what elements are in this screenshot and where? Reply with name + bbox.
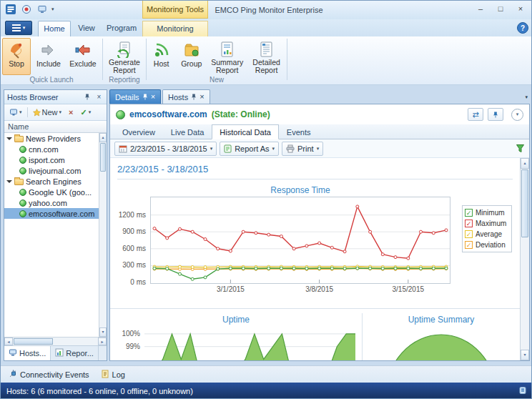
scroll-up-icon[interactable]: ▴: [99, 133, 107, 142]
tree-group-news-providers[interactable]: News Providers: [4, 133, 99, 144]
check-hosts-button[interactable]: ✓▾: [77, 106, 94, 119]
delete-item-button[interactable]: ×: [66, 106, 76, 119]
panel-tab-reports[interactable]: Repor...: [51, 346, 99, 360]
uptime-plot-area: 100%99%: [144, 327, 355, 360]
expander-icon[interactable]: [6, 137, 12, 143]
details-content: emcosoftware.com (State: Online) ⇄ ▾ Ove…: [109, 104, 530, 361]
tab-live-data[interactable]: Live Data: [163, 124, 212, 139]
chart-title-response-time: Response Time: [150, 185, 450, 195]
maximize-button[interactable]: □: [491, 3, 510, 16]
app-menu-dropdown-icon: ▾: [23, 25, 26, 31]
bottom-panel-tabs: Connectivity Events Log: [1, 365, 532, 383]
app-logo-icon[interactable]: [4, 3, 17, 16]
ribbon-group-label-new: New: [147, 76, 287, 84]
legend-checkbox[interactable]: ✓: [465, 209, 473, 217]
scroll-down-icon[interactable]: ▾: [521, 350, 529, 360]
scrollbar-thumb[interactable]: [14, 338, 53, 345]
legend-item[interactable]: ✓Average: [465, 229, 509, 240]
legend-checkbox[interactable]: ✓: [465, 230, 473, 238]
tab-events[interactable]: Events: [279, 124, 319, 139]
scroll-left-icon[interactable]: ◂: [4, 338, 13, 345]
application-window: ▾ Monitoring Tools EMCO Ping Monitor Ent…: [0, 0, 532, 399]
x-axis-label: 3/1/2015: [217, 285, 245, 293]
expander-icon[interactable]: [6, 180, 12, 186]
tree-group-label: News Providers: [26, 134, 81, 143]
tab-view[interactable]: View: [71, 21, 102, 36]
legend-item[interactable]: ✓Deviation: [465, 240, 509, 250]
log-icon: [101, 370, 109, 380]
historical-toolbar: 2/23/2015 - 3/18/2015 ▾ Report As ▾ Prin…: [110, 139, 529, 158]
tree-host-label: Google UK (goo...: [29, 188, 92, 197]
legend-item[interactable]: ✓Maximum: [465, 218, 509, 229]
new-detailed-report-button[interactable]: Detailed Report: [247, 38, 285, 75]
new-summary-report-button[interactable]: Summary Report: [208, 38, 246, 75]
filter-button[interactable]: [516, 144, 525, 154]
tree-host-yahoo[interactable]: yahoo.com: [4, 197, 99, 208]
date-range-button[interactable]: 2/23/2015 - 3/18/2015 ▾: [114, 142, 217, 156]
scroll-down-icon[interactable]: ▾: [99, 327, 107, 337]
legend-item[interactable]: ✓Minimum: [465, 207, 509, 218]
tab-monitoring[interactable]: Monitoring: [142, 21, 208, 36]
scroll-up-icon[interactable]: ▴: [521, 158, 529, 169]
monitor-activity-icon[interactable]: [20, 3, 33, 16]
tree-host-livejournal[interactable]: livejournal.com: [4, 165, 99, 176]
generate-report-button[interactable]: Generate Report: [104, 38, 144, 75]
new-group-button[interactable]: Group: [176, 38, 207, 75]
tab-list-dropdown-icon[interactable]: ▾: [525, 94, 528, 100]
tree-group-search-engines[interactable]: Search Engines: [4, 176, 99, 187]
qat-customize-dropdown-icon[interactable]: ▾: [51, 6, 54, 12]
scrollbar-thumb[interactable]: [521, 169, 528, 237]
content-vertical-scrollbar[interactable]: ▴ ▾: [520, 158, 529, 360]
collapse-header-button[interactable]: ▾: [511, 109, 523, 121]
pin-view-button[interactable]: [488, 108, 503, 121]
legend-checkbox[interactable]: ✓: [465, 220, 473, 227]
include-button[interactable]: Include: [32, 38, 65, 75]
print-button[interactable]: Print ▾: [282, 142, 323, 156]
new-host-button[interactable]: Host: [148, 38, 174, 75]
pin-icon[interactable]: [142, 93, 148, 102]
new-item-button[interactable]: New▾: [30, 106, 65, 119]
column-header-name[interactable]: Name: [4, 121, 107, 133]
close-button[interactable]: ×: [511, 3, 530, 16]
tab-home[interactable]: Home: [38, 21, 71, 36]
scroll-right-icon[interactable]: ▸: [98, 338, 107, 345]
report-as-button[interactable]: Report As ▾: [220, 142, 279, 156]
tree-host-cnn[interactable]: cnn.com: [4, 144, 99, 154]
uptime-section: Uptime 100%99% Uptime Summary: [110, 313, 520, 360]
tab-connectivity-events[interactable]: Connectivity Events: [4, 368, 94, 381]
close-tab-icon[interactable]: ×: [151, 93, 155, 101]
close-tab-icon[interactable]: ×: [200, 93, 204, 101]
tree-horizontal-scrollbar[interactable]: ◂ ▸: [4, 337, 107, 345]
app-menu-button[interactable]: ▾: [5, 21, 32, 35]
legend-checkbox[interactable]: ✓: [465, 241, 473, 249]
help-button[interactable]: ?: [517, 22, 528, 34]
pin-panel-icon[interactable]: [82, 92, 92, 102]
tree-vertical-scrollbar[interactable]: ▴ ▾: [99, 133, 107, 337]
switch-layout-button[interactable]: ⇄: [468, 108, 483, 121]
view-mode-button[interactable]: ▾: [6, 106, 25, 119]
doc-tab-details[interactable]: Details ×: [109, 89, 161, 104]
tree-host-emcosoftware-selected[interactable]: emcosoftware.com: [4, 208, 99, 219]
folder-icon: [14, 179, 24, 185]
tab-historical-data[interactable]: Historical Data: [212, 124, 279, 139]
minimize-button[interactable]: –: [471, 3, 490, 16]
dropdown-icon: ▾: [59, 109, 62, 115]
panel-tab-hosts[interactable]: Hosts...: [4, 346, 51, 360]
stop-button[interactable]: Stop: [2, 38, 31, 75]
tab-program[interactable]: Program: [102, 21, 141, 36]
tree-host-label: isport.com: [29, 156, 65, 164]
printer-icon: [286, 144, 295, 153]
scrollbar-thumb[interactable]: [100, 143, 106, 172]
tab-log[interactable]: Log: [96, 368, 130, 381]
computer-icon[interactable]: [36, 3, 49, 16]
doc-tab-hosts[interactable]: Hosts ×: [162, 89, 210, 104]
tree-host-google-uk[interactable]: Google UK (goo...: [4, 187, 99, 197]
pin-icon[interactable]: [191, 93, 197, 102]
host-header: emcosoftware.com (State: Online) ⇄ ▾: [110, 104, 529, 124]
close-panel-icon[interactable]: ×: [94, 92, 104, 102]
include-button-label: Include: [36, 60, 61, 68]
tree-host-isport[interactable]: isport.com: [4, 154, 99, 165]
tab-overview[interactable]: Overview: [114, 124, 163, 139]
exclude-button[interactable]: Exclude: [66, 38, 99, 75]
column-header-label: Name: [8, 122, 29, 131]
